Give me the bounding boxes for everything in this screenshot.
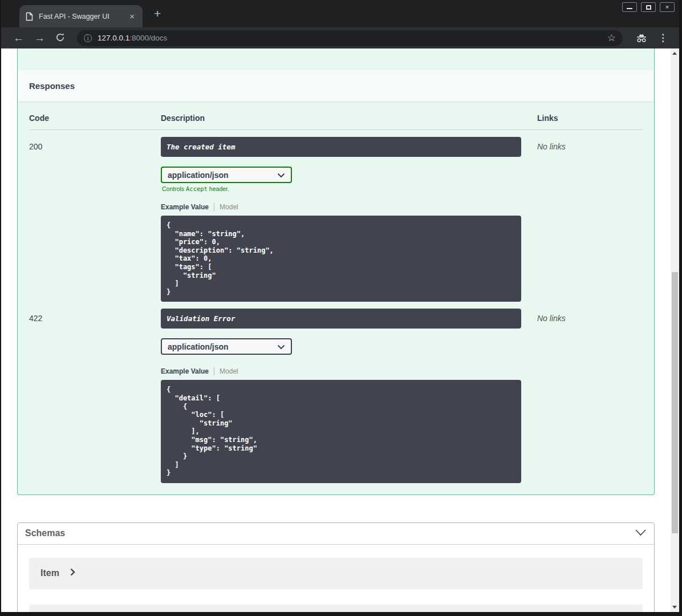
address-bar[interactable]: ⓘ 127.0.0.1:8000/docs ☆ [77,30,623,46]
close-button[interactable]: × [660,2,675,12]
scroll-up-icon[interactable] [672,52,677,55]
back-icon[interactable]: ← [8,33,29,43]
response-code: 200 [29,137,161,302]
minimize-icon [627,8,632,9]
titlebar: Fast API - Swagger UI × + × [1,0,679,27]
site-info-icon[interactable]: ⓘ [84,34,92,42]
tab-model[interactable]: Model [220,367,238,375]
swagger-page: Responses Code Description Links 200 [1,48,671,612]
tab-close-icon[interactable]: × [127,11,137,22]
chevron-down-icon [277,342,285,351]
scrollbar-thumb[interactable] [672,272,678,533]
maximize-button[interactable] [641,2,656,12]
chevron-down-icon[interactable] [635,528,647,538]
response-links: No links [537,309,643,483]
media-type-select[interactable]: application/json [161,167,292,183]
model-row-validationerror[interactable]: ValidationError [29,605,643,612]
browser-tab[interactable]: Fast API - Swagger UI × [19,5,143,27]
tab-divider [214,367,214,375]
media-type-value: application/json [168,171,229,180]
browser-window: Fast API - Swagger UI × + × ← → ⓘ [0,0,682,616]
column-links: Links [537,114,643,123]
response-links: No links [537,137,643,302]
media-type-select[interactable]: application/json [161,338,292,355]
media-type-value: application/json [168,342,229,351]
column-code: Code [29,114,161,123]
response-row-200: 200 The created item application/json Co… [29,130,643,302]
new-tab-button[interactable]: + [151,7,164,21]
page-icon [25,12,34,21]
browser-toolbar: ← → ⓘ 127.0.0.1:8000/docs ☆ [1,27,679,48]
example-json: { "name": "string", "price": 0, "descrip… [167,221,515,296]
url-text: 127.0.0.1:8000/docs [98,34,167,42]
response-description: Validation Error [161,309,521,329]
tab-title: Fast API - Swagger UI [39,13,122,21]
tab-divider [214,203,214,211]
example-json: { "detail": [ { "loc": [ "string" ], "ms… [167,386,515,477]
page-scrollbar[interactable] [671,48,679,612]
tab-example-value[interactable]: Example Value [161,203,209,211]
post-operation-block: Responses Code Description Links 200 [17,48,655,495]
accept-header-note: Controls Accept header. [162,185,537,192]
url-host: 127.0.0.1 [98,34,129,42]
refresh-icon[interactable] [50,33,70,44]
scroll-down-icon[interactable] [672,606,677,609]
tab-model[interactable]: Model [220,203,238,211]
response-row-422: 422 Validation Error application/json [29,302,643,483]
schemas-title: Schemas [25,528,65,538]
response-code: 422 [29,309,161,483]
schemas-header[interactable]: Schemas [18,523,654,545]
model-name: Item [40,568,59,578]
example-code-block: { "detail": [ { "loc": [ "string" ], "ms… [161,380,521,483]
example-code-block: { "name": "string", "price": 0, "descrip… [161,216,521,302]
minimize-button[interactable] [622,2,637,12]
chevron-right-icon [70,568,75,578]
url-path: :8000/docs [129,34,167,42]
forward-icon[interactable]: → [29,33,50,43]
responses-table-header: Code Description Links [29,102,643,130]
responses-title: Responses [29,81,75,91]
model-row-item[interactable]: Item [29,558,643,589]
chevron-down-icon [277,171,285,180]
maximize-icon [646,5,651,10]
response-description: The created item [161,137,521,157]
bookmark-star-icon[interactable]: ☆ [607,33,616,43]
incognito-icon [630,34,653,43]
schemas-section: Schemas Item Validation [17,522,655,612]
responses-section-header: Responses [18,70,654,102]
column-description: Description [161,114,537,123]
tab-example-value[interactable]: Example Value [161,367,209,375]
browser-menu-icon[interactable]: ⋮ [653,32,672,44]
